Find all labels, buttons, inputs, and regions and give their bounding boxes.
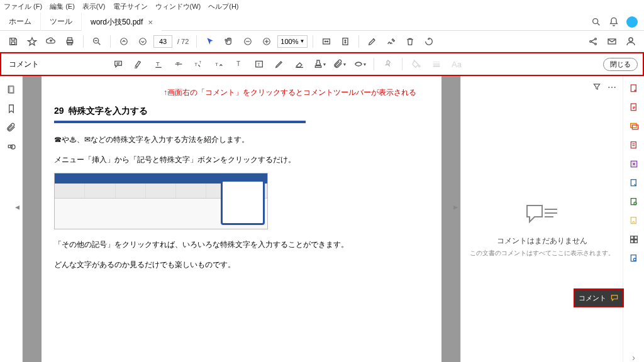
sticky-note-icon[interactable] (109, 56, 127, 72)
rr-organize-icon[interactable] (628, 139, 640, 151)
share-icon[interactable] (585, 33, 601, 50)
hand-icon[interactable] (221, 33, 237, 50)
rr-search-tool-icon[interactable] (628, 252, 640, 265)
rr-more-tools-icon[interactable] (628, 233, 640, 246)
page-up-icon[interactable] (116, 33, 132, 50)
comment-float-label: コメント (579, 293, 606, 303)
svg-rect-5 (68, 38, 72, 40)
replace-text-icon[interactable]: TT (190, 56, 208, 72)
pointer-icon[interactable] (202, 33, 218, 50)
stamp-icon[interactable]: ▾ (311, 56, 328, 72)
pencil-icon[interactable] (270, 56, 288, 72)
shape-icon[interactable]: ▾ (351, 56, 369, 72)
svg-text:T: T (215, 62, 218, 67)
svg-rect-58 (631, 199, 636, 205)
edit-icon[interactable] (364, 33, 380, 50)
text-format-icon[interactable]: Aa (448, 56, 465, 72)
comment-float-button[interactable]: コメント (574, 288, 624, 307)
fill-color-icon[interactable] (408, 56, 425, 72)
svg-point-20 (595, 38, 597, 40)
fit-page-icon[interactable] (337, 33, 353, 50)
pin-icon[interactable] (379, 56, 397, 72)
text-icon[interactable]: T (230, 56, 248, 72)
tab-tools[interactable]: ツール (41, 13, 82, 31)
rr-edit-pdf-icon[interactable] (628, 101, 640, 114)
rr-protect-icon[interactable] (628, 195, 640, 208)
comment-toolbar-label: コメント (6, 59, 42, 70)
close-button[interactable]: 閉じる (603, 58, 638, 71)
more-icon[interactable]: ⋯ (608, 82, 616, 92)
highlight-icon[interactable] (130, 56, 147, 72)
page-gutter-right (441, 76, 460, 362)
save-icon[interactable] (5, 33, 21, 50)
print-icon[interactable] (62, 33, 78, 50)
menu-esign[interactable]: 電子サイン (113, 2, 148, 11)
svg-rect-64 (634, 240, 637, 243)
layers-icon[interactable] (6, 141, 16, 151)
body-para-1: ☎や♨、✉などの特殊文字を入力する方法を紹介します。 (54, 133, 429, 147)
rr-create-pdf-icon[interactable] (628, 82, 640, 95)
mail-icon[interactable] (604, 33, 620, 50)
annotate-user-icon[interactable] (623, 33, 639, 50)
menu-file[interactable]: ファイル (F) (4, 2, 42, 11)
thumbnails-icon[interactable] (6, 85, 16, 95)
attachments-icon[interactable] (6, 123, 16, 133)
eraser-icon[interactable] (291, 56, 308, 72)
main-area: ◂ ↑画面右の「コメント」をクリックするとコメントツールバーが表示される 29 … (0, 76, 644, 362)
cloud-upload-icon[interactable] (43, 33, 59, 50)
sign-icon[interactable] (383, 33, 399, 50)
filter-icon[interactable] (592, 82, 601, 92)
svg-point-23 (629, 38, 633, 41)
svg-text:T: T (199, 60, 202, 64)
svg-rect-42 (8, 86, 13, 93)
bookmark-icon[interactable] (6, 104, 16, 114)
insert-text-icon[interactable]: T (210, 56, 228, 72)
tab-strip: ホーム ツール word小技50.pdf × (0, 13, 644, 31)
rr-export-icon[interactable] (628, 120, 640, 133)
page-current-input[interactable]: 43 (153, 35, 172, 48)
collapse-left-icon[interactable]: ◂ (15, 202, 19, 212)
menu-view[interactable]: 表示(V) (82, 2, 106, 11)
collapse-right-icon[interactable]: ▸ (453, 202, 458, 212)
star-icon[interactable] (24, 33, 40, 50)
page-gutter-left (23, 76, 42, 362)
rr-compress-icon[interactable] (628, 158, 640, 170)
menu-window[interactable]: ウィンドウ(W) (155, 2, 201, 11)
svg-point-45 (11, 145, 15, 149)
strikethrough-icon[interactable]: T (170, 56, 187, 72)
tab-document[interactable]: word小技50.pdf × (82, 12, 162, 31)
zoom-out-icon[interactable] (89, 33, 105, 50)
svg-point-0 (593, 18, 598, 23)
menu-edit[interactable]: 編集 (E) (50, 2, 75, 11)
tab-home[interactable]: ホーム (0, 13, 41, 31)
page-title: 29 特殊文字を入力する (54, 106, 429, 117)
svg-line-1 (597, 23, 599, 25)
rr-expand-icon[interactable]: › (628, 351, 640, 362)
underline-icon[interactable]: T (150, 56, 167, 72)
fit-width-icon[interactable] (318, 33, 335, 50)
svg-line-9 (98, 43, 100, 45)
trash-icon[interactable] (402, 33, 418, 50)
avatar[interactable] (626, 16, 638, 28)
body-para-4: どんな文字があるのか見るだけでも楽しいものです。 (54, 258, 429, 272)
svg-point-19 (590, 40, 592, 42)
svg-point-59 (634, 202, 636, 205)
textbox-icon[interactable]: T (250, 56, 268, 72)
zoom-select[interactable]: 100%▼ (277, 35, 308, 48)
page-down-icon[interactable] (135, 33, 151, 50)
empty-comments-icon (523, 202, 561, 229)
attach-icon[interactable]: ▾ (331, 56, 348, 72)
search-icon[interactable] (591, 17, 601, 27)
title-rule (54, 121, 306, 123)
menu-help[interactable]: ヘルプ(H) (208, 2, 238, 11)
tab-close-icon[interactable]: × (148, 18, 153, 27)
plus-icon[interactable] (258, 33, 275, 50)
rr-fill-sign-icon[interactable] (628, 214, 640, 227)
minus-icon[interactable] (240, 33, 256, 50)
rotate-icon[interactable] (421, 33, 437, 50)
comment-toolbar-highlight: コメント T T TT T T T ▾ ▾ ▾ Aa 閉じる (0, 52, 644, 76)
line-weight-icon[interactable] (428, 56, 445, 72)
rr-sign-icon[interactable] (628, 177, 640, 189)
body-para-2: メニュー「挿入」から「記号と特殊文字」ボタンをクリックするだけ。 (54, 153, 429, 167)
bell-icon[interactable] (609, 17, 619, 27)
